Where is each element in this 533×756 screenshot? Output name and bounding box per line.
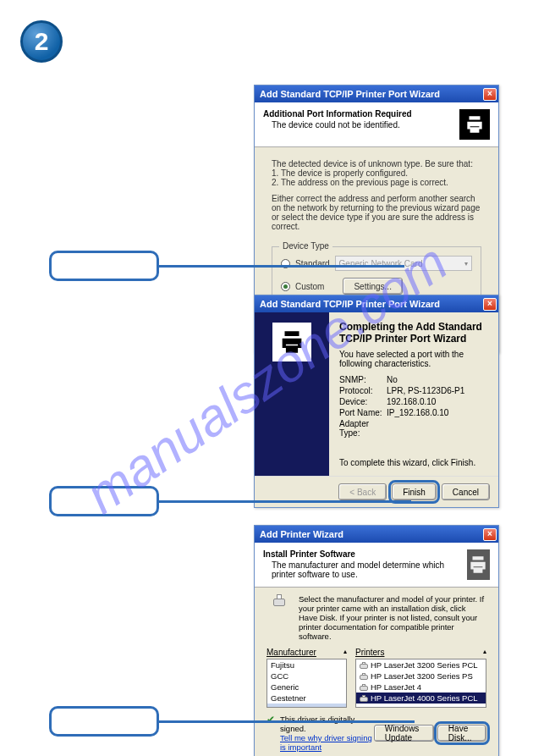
driver-signed-text: This driver is digitally signed. — [280, 715, 374, 733]
manufacturer-label: Manufacturer — [266, 648, 316, 657]
close-icon[interactable]: × — [483, 88, 497, 101]
list-item[interactable]: Fujitsu — [267, 659, 346, 670]
callout-connector — [159, 265, 404, 268]
standard-select[interactable]: Generic Network Card ▾ — [335, 256, 472, 271]
header-subtitle: The device could not be identified. — [272, 120, 412, 130]
printer-icon — [467, 549, 490, 580]
protocol-label: Protocol: — [339, 386, 387, 395]
title-text: Add Standard TCP/IP Printer Port Wizard — [260, 89, 440, 99]
body-item-2: 2. The address on the previous page is c… — [272, 178, 481, 187]
title-text: Add Printer Wizard — [260, 529, 343, 539]
protocol-value: LPR, PS-1123D6-P1 — [387, 386, 464, 395]
sort-icon[interactable]: ▴ — [483, 648, 486, 657]
close-icon[interactable]: × — [483, 298, 497, 311]
manufacturer-listbox[interactable]: Fujitsu GCC Generic Gestetner HP — [266, 659, 347, 708]
list-item[interactable]: Gestetner — [267, 693, 346, 704]
driver-signing-link[interactable]: Tell me why driver signing is important — [280, 733, 374, 752]
close-icon[interactable]: × — [483, 528, 497, 541]
portname-label: Port Name: — [339, 408, 387, 417]
instruction-note: Select the manufacturer and model of you… — [255, 588, 498, 648]
body-intro: The detected device is of unknown type. … — [272, 159, 481, 168]
radio-custom[interactable] — [281, 282, 290, 291]
titlebar: Add Standard TCP/IP Printer Port Wizard … — [255, 86, 498, 102]
adapter-label: Adapter Type: — [339, 419, 387, 438]
printers-listbox[interactable]: HP LaserJet 3200 Series PCL HP LaserJet … — [355, 659, 486, 708]
device-value: 192.168.0.10 — [387, 397, 436, 406]
device-label: Device: — [339, 397, 387, 406]
title-text: Add Standard TCP/IP Printer Port Wizard — [260, 299, 440, 309]
printer-icon — [266, 594, 292, 606]
header-title: Additional Port Information Required — [263, 109, 412, 119]
printer-icon — [459, 109, 490, 140]
snmp-value: No — [387, 375, 398, 384]
callout-connector — [159, 720, 415, 723]
list-item[interactable]: HP LaserJet 4000 Series PCL — [356, 693, 486, 704]
header-subtitle: The manufacturer and model determine whi… — [272, 560, 467, 579]
list-item[interactable]: HP LaserJet 3200 Series PS — [356, 670, 486, 682]
list-item[interactable]: HP LaserJet 4 — [356, 682, 486, 693]
step-number-badge: 2 — [20, 20, 63, 63]
sort-icon[interactable]: ▴ — [343, 648, 347, 657]
back-button[interactable]: < Back — [338, 483, 387, 500]
cancel-button[interactable]: Cancel — [442, 483, 490, 500]
list-item[interactable]: HP LaserJet 3200 Series PCL — [356, 659, 486, 670]
titlebar: Add Printer Wizard × — [255, 526, 498, 543]
complete-heading: Completing the Add Standard TCP/IP Print… — [339, 321, 488, 345]
titlebar: Add Standard TCP/IP Printer Port Wizard … — [255, 295, 498, 312]
settings-button[interactable]: Settings... — [343, 278, 402, 295]
list-item[interactable]: HP — [267, 704, 346, 708]
wizard-content: Completing the Add Standard TCP/IP Print… — [329, 312, 498, 476]
header-title: Install Printer Software — [263, 549, 467, 559]
tcpip-port-wizard-complete-dialog: Add Standard TCP/IP Printer Port Wizard … — [254, 295, 499, 508]
snmp-label: SNMP: — [339, 375, 387, 384]
have-disk-button[interactable]: Have Disk... — [437, 725, 486, 742]
wizard-header: Additional Port Information Required The… — [255, 102, 498, 147]
complete-subtitle: You have selected a port with the follow… — [339, 350, 488, 368]
chevron-down-icon: ▾ — [464, 260, 468, 268]
body-paragraph: Either correct the address and perform a… — [272, 194, 481, 231]
device-type-legend: Device Type — [279, 241, 332, 251]
callout-connector — [159, 500, 411, 503]
windows-update-button[interactable]: Windows Update — [374, 725, 434, 742]
wizard-side-panel — [255, 312, 329, 476]
portname-value: IP_192.168.0.10 — [387, 408, 448, 417]
list-item[interactable]: Generic — [267, 682, 346, 693]
finish-message: To complete this wizard, click Finish. — [339, 458, 488, 467]
body-item-1: 1. The device is properly configured. — [272, 168, 481, 178]
callout-box — [49, 251, 159, 281]
callout-box — [49, 486, 159, 516]
finish-button[interactable]: Finish — [392, 483, 437, 500]
checkmark-icon: ✔ — [266, 715, 275, 725]
list-item[interactable]: GCC — [267, 670, 346, 682]
printer-icon — [272, 323, 311, 361]
instruction-text: Select the manufacturer and model of you… — [299, 594, 486, 641]
printers-label: Printers — [355, 648, 384, 657]
radio-custom-label: Custom — [295, 282, 324, 291]
wizard-header: Install Printer Software The manufacture… — [255, 543, 498, 588]
callout-box — [49, 706, 159, 737]
characteristics-list: SNMP:No Protocol:LPR, PS-1123D6-P1 Devic… — [339, 375, 488, 438]
